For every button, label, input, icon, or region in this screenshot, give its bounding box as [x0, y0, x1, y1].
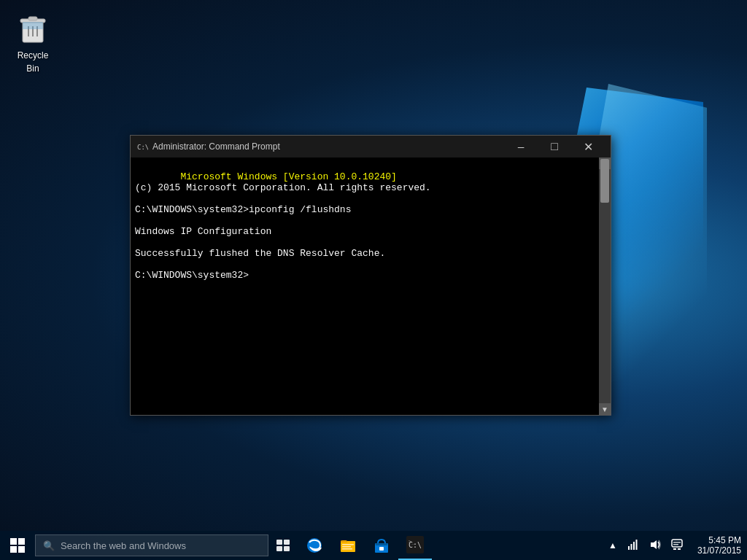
- tray-network-icon[interactable]: [624, 537, 642, 554]
- svg-rect-6: [276, 540, 282, 545]
- volume-icon: [649, 539, 661, 551]
- cmd-minimize-button[interactable]: ‒: [504, 136, 538, 158]
- cmd-line-1: Microsoft Windows [Version 10.0.10240]: [180, 171, 396, 182]
- cmd-scroll-down[interactable]: ▼: [599, 403, 611, 415]
- taskbar-cmd[interactable]: C:\ >_: [398, 531, 432, 560]
- clock-time: 5:45 PM: [697, 535, 741, 545]
- cmd-close-button[interactable]: ✕: [571, 136, 605, 158]
- taskview-icon: [276, 540, 290, 551]
- cmd-content[interactable]: Microsoft Windows [Version 10.0.10240] (…: [131, 158, 599, 415]
- taskbar: 🔍 Search the web and Windows: [0, 531, 747, 560]
- svg-rect-20: [628, 546, 630, 550]
- store-icon: [373, 537, 390, 554]
- start-button[interactable]: [0, 531, 35, 560]
- cmd-restore-button[interactable]: □: [538, 136, 571, 158]
- taskview-button[interactable]: [268, 531, 298, 560]
- cmd-line-3: C:\WINDOWS\system32>ipconfig /flushdns: [135, 204, 351, 215]
- svg-rect-3: [23, 22, 43, 29]
- cmd-line-4: Windows IP Configuration: [135, 226, 271, 237]
- tray-area: ▲: [600, 531, 692, 560]
- svg-text:C:\: C:\: [137, 144, 148, 151]
- cmd-scroll-thumb[interactable]: [600, 159, 609, 203]
- svg-rect-22: [633, 542, 635, 550]
- taskbar-file-explorer[interactable]: [331, 531, 365, 560]
- taskbar-apps: C:\ >_: [298, 531, 432, 560]
- cmd-controls: ‒ □ ✕: [504, 136, 605, 158]
- svg-rect-28: [673, 544, 678, 545]
- cmd-body: Microsoft Windows [Version 10.0.10240] (…: [131, 158, 611, 415]
- cmd-line-5: Successfully flushed the DNS Resolver Ca…: [135, 248, 385, 259]
- recycle-bin-svg: [15, 10, 50, 45]
- search-icon: 🔍: [43, 540, 55, 551]
- taskbar-edge[interactable]: [298, 531, 331, 560]
- svg-rect-8: [276, 546, 282, 551]
- taskbar-store[interactable]: [365, 531, 398, 560]
- network-icon: [627, 539, 639, 551]
- svg-rect-23: [635, 540, 637, 550]
- svg-rect-25: [673, 548, 676, 550]
- cmd-line-6: C:\WINDOWS\system32>: [135, 270, 249, 281]
- tray-action-center-icon[interactable]: [668, 537, 686, 554]
- action-center-icon: [671, 539, 683, 551]
- svg-rect-9: [284, 546, 290, 551]
- svg-text:>_: >_: [409, 539, 415, 545]
- edge-icon: [306, 537, 323, 554]
- tray-expand-button[interactable]: ▲: [605, 539, 620, 552]
- win-pane-bl: [10, 546, 17, 553]
- clock-date: 31/07/2015: [697, 545, 741, 556]
- svg-rect-12: [342, 544, 354, 545]
- system-clock[interactable]: 5:45 PM 31/07/2015: [692, 535, 747, 556]
- cmd-window[interactable]: C:\ Administrator: Command Prompt ‒ □ ✕ …: [130, 135, 611, 416]
- cmd-icon: C:\: [136, 141, 148, 152]
- svg-rect-13: [342, 546, 351, 548]
- cmd-taskbar-icon: C:\ >_: [406, 536, 424, 553]
- cmd-title: Administrator: Command Prompt: [152, 141, 504, 152]
- cmd-scrollbar[interactable]: ▲ ▼: [599, 158, 611, 415]
- windows-logo-icon: [10, 538, 25, 553]
- svg-rect-16: [379, 547, 384, 551]
- recycle-bin-icon[interactable]: Recycle Bin: [7, 7, 58, 77]
- tray-volume-icon[interactable]: [646, 537, 664, 554]
- file-explorer-icon: [339, 537, 357, 554]
- svg-rect-27: [673, 542, 681, 543]
- win-pane-br: [18, 546, 25, 553]
- svg-rect-2: [28, 17, 37, 20]
- svg-rect-14: [342, 548, 352, 550]
- cmd-line-2: (c) 2015 Microsoft Corporation. All righ…: [135, 182, 431, 193]
- search-placeholder-text: Search the web and Windows: [61, 540, 186, 551]
- recycle-bin-label: Recycle Bin: [18, 50, 49, 74]
- win-pane-tl: [10, 538, 17, 545]
- desktop: Recycle Bin C:\ Administrator: Command P…: [0, 0, 747, 560]
- svg-rect-21: [630, 544, 632, 550]
- win-pane-tr: [18, 538, 25, 545]
- svg-rect-24: [672, 540, 682, 547]
- svg-rect-26: [678, 548, 681, 550]
- search-bar[interactable]: 🔍 Search the web and Windows: [35, 534, 268, 556]
- svg-rect-7: [284, 540, 290, 545]
- cmd-titlebar[interactable]: C:\ Administrator: Command Prompt ‒ □ ✕: [131, 136, 611, 158]
